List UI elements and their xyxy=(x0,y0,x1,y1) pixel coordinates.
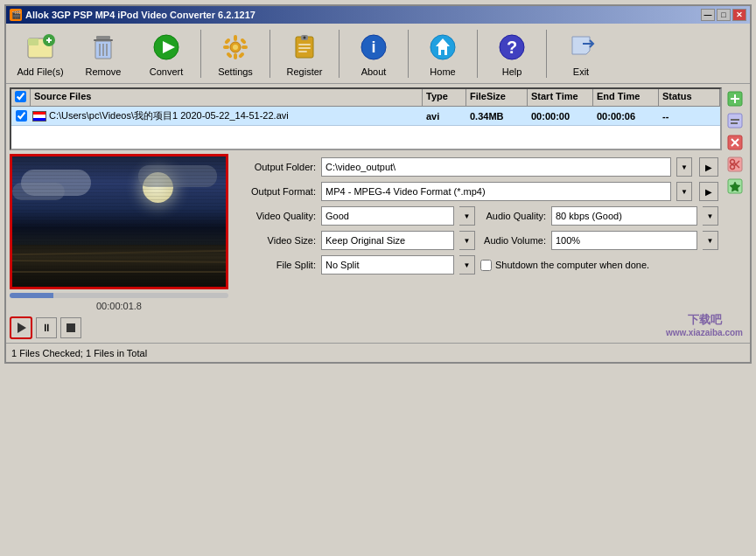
audio-volume-row: Audio Volume: 100% ▼ xyxy=(480,231,718,250)
remove-button[interactable]: Remove xyxy=(73,26,134,80)
header-filesize: FileSize xyxy=(466,89,528,106)
sidebar-add-btn[interactable] xyxy=(725,89,745,108)
about-icon: i xyxy=(356,30,391,65)
settings-icon xyxy=(218,30,253,65)
file-split-label: File Split: xyxy=(237,260,316,270)
output-format-browse[interactable]: ▶ xyxy=(699,182,718,201)
exit-button[interactable]: Exit xyxy=(550,26,612,80)
remove-icon xyxy=(86,30,121,65)
stop-icon xyxy=(66,323,75,332)
shutdown-row: Shutdown the computer when done. xyxy=(480,260,718,271)
minimize-button[interactable]: — xyxy=(701,9,715,21)
stop-button[interactable] xyxy=(60,317,81,338)
close-button[interactable]: ✕ xyxy=(732,9,746,21)
video-size-arrow[interactable]: ▼ xyxy=(459,231,475,250)
header-status: Status xyxy=(659,89,720,106)
video-quality-label: Video Quality: xyxy=(237,211,316,221)
output-folder-input[interactable]: C:\video_output\ xyxy=(321,157,671,177)
row-checkbox[interactable] xyxy=(16,110,27,122)
shutdown-checkbox[interactable] xyxy=(480,260,492,271)
play-button[interactable] xyxy=(10,316,32,339)
header-type: Type xyxy=(423,89,466,106)
preview-panel: 00:00:01.8 ⏸ xyxy=(10,154,228,339)
add-files-button[interactable]: Add File(s) xyxy=(10,26,71,80)
row-checkbox-cell xyxy=(11,110,31,122)
app-icon: 🎬 xyxy=(10,9,22,21)
scan-lines xyxy=(12,156,226,287)
main-content: Source Files Type FileSize Start Time En… xyxy=(6,84,750,343)
audio-volume-combo[interactable]: 100% xyxy=(551,231,697,250)
settings-button[interactable]: Settings xyxy=(205,26,266,80)
timestamp: 00:00:01.8 xyxy=(96,301,142,311)
row-end-time: 00:00:06 xyxy=(593,109,659,123)
convert-button[interactable]: Convert xyxy=(136,26,197,80)
toolbar-separator-3 xyxy=(339,30,340,78)
audio-quality-arrow[interactable]: ▼ xyxy=(703,206,718,226)
video-quality-arrow[interactable]: ▼ xyxy=(459,206,475,226)
about-button[interactable]: i About xyxy=(343,26,404,80)
table-row[interactable]: C:\Users\pc\Videos\我的项目1 2020-05-22_14-5… xyxy=(11,107,720,126)
title-bar: 🎬 Allok 3GP PSP MP4 iPod Video Converter… xyxy=(6,6,750,24)
output-format-input[interactable]: MP4 - MPEG-4 Video Format (*.mp4) xyxy=(321,182,671,201)
toolbar-separator-4 xyxy=(408,30,409,78)
svg-text:?: ? xyxy=(507,38,517,57)
video-size-label: Video Size: xyxy=(237,235,316,246)
output-format-dropdown[interactable]: ▼ xyxy=(676,182,692,201)
register-button[interactable]: Register xyxy=(274,26,335,80)
add-files-label: Add File(s) xyxy=(17,66,63,77)
output-folder-dropdown[interactable]: ▼ xyxy=(676,157,692,177)
audio-quality-combo[interactable]: 80 kbps (Good) xyxy=(551,206,697,226)
sidebar-scissors-btn[interactable] xyxy=(725,155,745,174)
home-label: Home xyxy=(430,66,455,77)
header-start-time: Start Time xyxy=(528,89,593,106)
video-size-combo[interactable]: Keep Original Size xyxy=(321,231,454,250)
sidebar-delete-btn[interactable] xyxy=(725,133,745,152)
window-title: Allok 3GP PSP MP4 iPod Video Converter 6… xyxy=(25,10,256,20)
sidebar-edit-btn[interactable] xyxy=(725,111,745,130)
time-display: 00:00:01.8 xyxy=(10,293,228,311)
video-quality-row: Video Quality: Good ▼ xyxy=(237,206,475,226)
output-format-row: Output Format: MP4 - MPEG-4 Video Format… xyxy=(237,182,718,201)
status-text: 1 Files Checked; 1 Files in Total xyxy=(11,348,147,358)
file-list-header: Source Files Type FileSize Start Time En… xyxy=(11,89,720,107)
help-icon: ? xyxy=(494,30,529,65)
audio-volume-arrow[interactable]: ▼ xyxy=(703,231,718,250)
sidebar-star-btn[interactable] xyxy=(725,177,745,196)
pause-button[interactable]: ⏸ xyxy=(36,317,57,338)
svg-rect-26 xyxy=(298,44,311,45)
file-split-arrow[interactable]: ▼ xyxy=(459,255,475,275)
svg-rect-22 xyxy=(238,52,245,59)
split-shutdown-row: File Split: No Split ▼ Shutdown the comp… xyxy=(237,255,718,275)
svg-rect-4 xyxy=(48,38,50,43)
file-flag-icon xyxy=(32,111,46,122)
maximize-button[interactable]: □ xyxy=(717,9,731,21)
svg-rect-21 xyxy=(226,52,233,59)
svg-rect-1 xyxy=(28,38,38,45)
play-icon xyxy=(18,323,26,333)
video-background xyxy=(12,156,226,287)
output-format-label: Output Format: xyxy=(237,186,316,197)
file-list-panel: Source Files Type FileSize Start Time En… xyxy=(10,87,722,150)
help-button[interactable]: ? Help xyxy=(481,26,542,80)
right-sidebar xyxy=(725,87,746,339)
output-folder-browse[interactable]: ▶ xyxy=(699,157,718,177)
video-quality-combo[interactable]: Good xyxy=(321,206,454,226)
pause-icon: ⏸ xyxy=(41,322,52,334)
file-split-combo[interactable]: No Split xyxy=(321,255,454,275)
about-label: About xyxy=(361,66,387,77)
video-preview xyxy=(10,154,228,289)
exit-icon xyxy=(564,30,598,65)
home-button[interactable]: Home xyxy=(412,26,473,80)
register-label: Register xyxy=(287,66,323,77)
title-bar-left: 🎬 Allok 3GP PSP MP4 iPod Video Converter… xyxy=(10,9,256,21)
seek-bar[interactable] xyxy=(10,293,228,298)
toolbar: Add File(s) Remove xyxy=(6,24,750,84)
svg-rect-18 xyxy=(242,45,248,49)
bottom-area: 00:00:01.8 ⏸ xyxy=(10,154,722,339)
svg-rect-5 xyxy=(96,36,110,39)
convert-label: Convert xyxy=(150,66,184,77)
header-checkbox[interactable] xyxy=(15,91,26,102)
svg-rect-42 xyxy=(731,122,738,124)
row-source: C:\Users\pc\Videos\我的项目1 2020-05-22_14-5… xyxy=(31,109,423,122)
header-source: Source Files xyxy=(31,89,423,106)
